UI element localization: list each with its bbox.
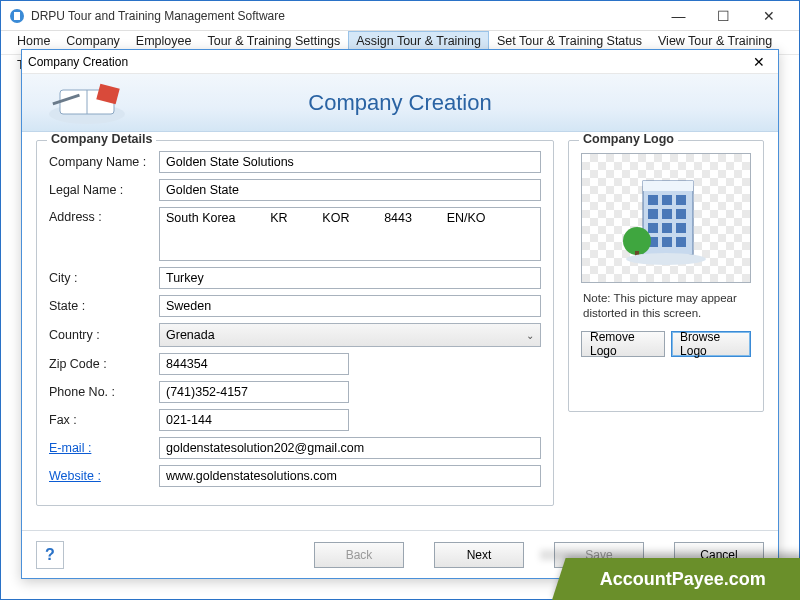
logo-note: Note: This picture may appear distorted … (583, 291, 749, 321)
dialog-titlebar: Company Creation ✕ (22, 50, 778, 74)
fax-input[interactable] (159, 409, 349, 431)
city-label: City : (49, 271, 159, 285)
main-title: DRPU Tour and Training Management Softwa… (31, 9, 656, 23)
website-label[interactable]: Website : (49, 469, 159, 483)
company-name-label: Company Name : (49, 155, 159, 169)
company-name-input[interactable] (159, 151, 541, 173)
back-button[interactable]: Back (314, 542, 404, 568)
app-icon (9, 8, 25, 24)
svg-rect-19 (662, 237, 672, 247)
building-icon (611, 163, 721, 273)
help-button[interactable]: ? (36, 541, 64, 569)
dialog-header-title: Company Creation (308, 90, 491, 116)
address-label: Address : (49, 207, 159, 224)
email-input[interactable] (159, 437, 541, 459)
minimize-button[interactable]: — (656, 2, 701, 30)
company-logo-legend: Company Logo (579, 132, 678, 146)
state-input[interactable] (159, 295, 541, 317)
country-value: Grenada (166, 328, 215, 342)
dialog-close-button[interactable]: ✕ (746, 54, 772, 70)
svg-rect-8 (643, 181, 693, 191)
phone-label: Phone No. : (49, 385, 159, 399)
close-button[interactable]: ✕ (746, 2, 791, 30)
company-details-legend: Company Details (47, 132, 156, 146)
svg-rect-10 (662, 195, 672, 205)
legal-name-label: Legal Name : (49, 183, 159, 197)
svg-rect-1 (14, 12, 20, 20)
svg-rect-9 (648, 195, 658, 205)
phone-input[interactable] (159, 381, 349, 403)
notebook-icon (42, 80, 132, 126)
maximize-button[interactable]: ☐ (701, 2, 746, 30)
legal-name-input[interactable] (159, 179, 541, 201)
chevron-down-icon: ⌄ (526, 330, 534, 341)
country-label: Country : (49, 328, 159, 342)
state-label: State : (49, 299, 159, 313)
city-input[interactable] (159, 267, 541, 289)
svg-rect-17 (676, 223, 686, 233)
company-logo-fieldset: Company Logo (568, 140, 764, 412)
browse-logo-button[interactable]: Browse Logo (671, 331, 751, 357)
svg-rect-15 (648, 223, 658, 233)
company-details-fieldset: Company Details Company Name : Legal Nam… (36, 140, 554, 506)
svg-rect-14 (676, 209, 686, 219)
svg-rect-13 (662, 209, 672, 219)
address-input[interactable]: South Korea KR KOR 8443 EN/KO (159, 207, 541, 261)
country-select[interactable]: Grenada ⌄ (159, 323, 541, 347)
zip-input[interactable] (159, 353, 349, 375)
svg-rect-11 (676, 195, 686, 205)
svg-point-21 (623, 227, 651, 255)
main-titlebar: DRPU Tour and Training Management Softwa… (1, 1, 799, 31)
svg-rect-20 (676, 237, 686, 247)
watermark-badge: AccountPayee.com (552, 558, 800, 600)
watermark-text: AccountPayee.com (600, 569, 766, 590)
svg-rect-12 (648, 209, 658, 219)
email-label[interactable]: E-mail : (49, 441, 159, 455)
svg-rect-16 (662, 223, 672, 233)
zip-label: Zip Code : (49, 357, 159, 371)
dialog-header: Company Creation (22, 74, 778, 132)
fax-label: Fax : (49, 413, 159, 427)
company-creation-dialog: Company Creation ✕ Company Creation Comp… (21, 49, 779, 579)
svg-point-23 (626, 253, 706, 265)
website-input[interactable] (159, 465, 541, 487)
company-logo-preview (581, 153, 751, 283)
dialog-title: Company Creation (28, 55, 746, 69)
remove-logo-button[interactable]: Remove Logo (581, 331, 665, 357)
next-button[interactable]: Next (434, 542, 524, 568)
